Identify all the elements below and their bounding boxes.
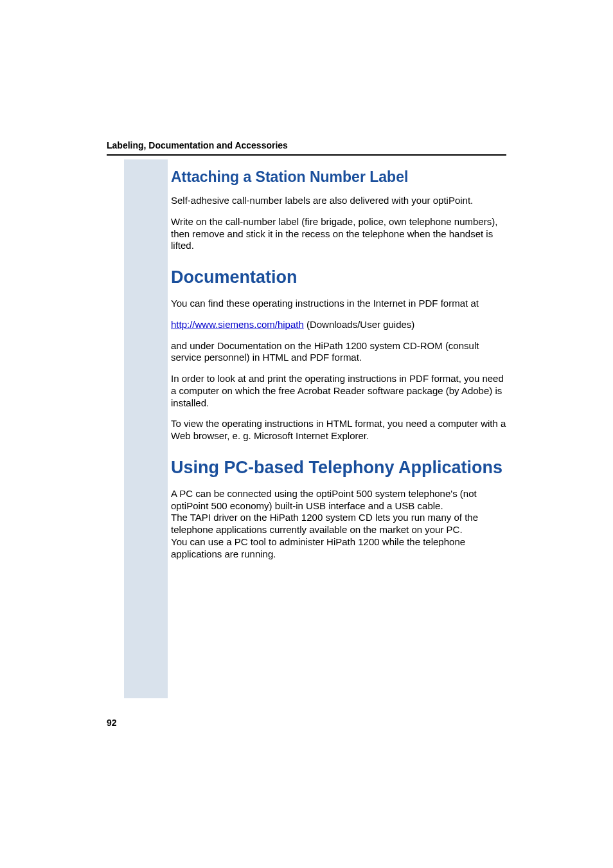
page-number: 92 [107,718,117,728]
main-content: Attaching a Station Number Label Self-ad… [171,159,506,560]
heading-attaching-station-number-label: Attaching a Station Number Label [171,168,506,186]
heading-pc-telephony-apps: Using PC-based Telephony Applications [171,458,506,478]
paragraph: You can find these operating instruction… [171,298,506,310]
paragraph: In order to look at and print the operat… [171,373,506,409]
paragraph: and under Documentation on the HiPath 12… [171,340,506,365]
documentation-link[interactable]: http://www.siemens.com/hipath [171,319,304,330]
paragraph: Write on the call-number label (fire bri… [171,216,506,252]
paragraph: To view the operating instructions in HT… [171,418,506,442]
left-sidebar-block [124,159,168,698]
running-header: Labeling, Documentation and Accessories [107,140,506,156]
paragraph: A PC can be connected using the optiPoin… [171,488,506,561]
link-suffix-text: (Downloads/User guides) [304,319,415,330]
heading-documentation: Documentation [171,267,506,287]
paragraph-link-line: http://www.siemens.com/hipath (Downloads… [171,319,506,331]
paragraph: Self-adhesive call-number labels are als… [171,195,506,207]
